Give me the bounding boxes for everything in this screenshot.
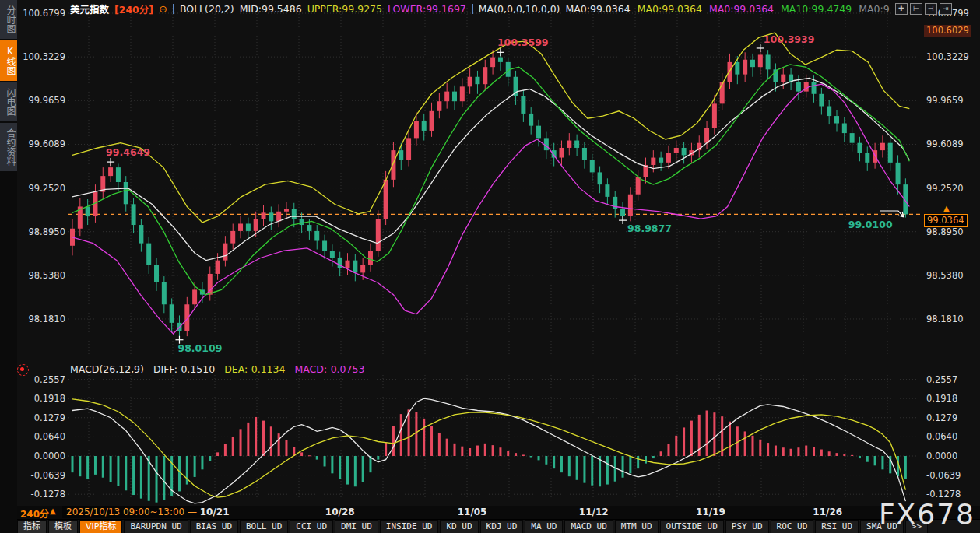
candle-body[interactable] [735,62,739,75]
candle-body[interactable] [834,116,839,123]
toolbar-tab-CCI_UD[interactable]: CCI_UD [290,520,333,533]
candle-body[interactable] [292,209,297,219]
candle-body[interactable] [184,304,189,331]
candle-body[interactable] [230,231,235,244]
candle-body[interactable] [590,160,595,173]
toolbar-tab-MTM_UD[interactable]: MTM_UD [615,520,659,533]
candle-body[interactable] [704,128,709,143]
alert-burst-icon[interactable] [17,364,29,376]
candle-body[interactable] [475,77,479,84]
candle-body[interactable] [460,86,465,101]
candle-body[interactable] [712,103,717,128]
candle-body[interactable] [758,54,763,67]
candle-body[interactable] [314,231,319,241]
candle-body[interactable] [162,282,167,304]
candle-body[interactable] [567,141,571,148]
toolbar-tab-MA_UD[interactable]: MA_UD [525,520,563,533]
candle-body[interactable] [360,265,365,272]
candle-body[interactable] [170,304,174,323]
ma-indicator-icon[interactable] [472,4,473,14]
axis-right-icon[interactable]: ⊣ [925,3,937,15]
candle-body[interactable] [682,148,687,155]
candle-body[interactable] [124,182,128,204]
candle-body[interactable] [796,82,801,92]
toolbar-tab-DMI_UD[interactable]: DMI_UD [335,520,378,533]
candle-body[interactable] [368,251,373,265]
candle-body[interactable] [422,121,427,131]
candle-body[interactable] [628,195,633,216]
candle-body[interactable] [865,153,869,163]
candle-body[interactable] [880,143,885,150]
candle-body[interactable] [743,60,747,75]
toolbar-tab-MACD_UD[interactable]: MACD_UD [564,520,613,533]
candle-body[interactable] [574,141,579,148]
sidebar-tab-闪电图[interactable]: 闪电图 [0,82,17,121]
candle-body[interactable] [322,240,327,251]
toolbar-tab-PSY_UD[interactable]: PSY_UD [725,520,769,533]
candle-body[interactable] [132,204,136,225]
candle-body[interactable] [346,261,350,268]
candle-body[interactable] [842,124,847,134]
toolbar-tab-KD_UD[interactable]: KD_UD [440,520,478,533]
candle-body[interactable] [620,209,625,216]
candle-body[interactable] [262,212,266,219]
candle-body[interactable] [391,150,395,180]
candle-body[interactable] [674,148,679,153]
candle-body[interactable] [86,206,90,216]
candle-body[interactable] [108,167,113,176]
candle-body[interactable] [276,212,281,222]
candle-body[interactable] [330,251,335,258]
candle-body[interactable] [384,180,388,219]
candle-body[interactable] [238,223,243,230]
candle-body[interactable] [766,54,771,69]
candle-body[interactable] [284,209,289,212]
toolbar-tab-BARUPDN_UD[interactable]: BARUPDN_UD [124,520,188,533]
toolbar-tab-OUTSIDE_UD[interactable]: OUTSIDE_UD [660,520,724,533]
candle-body[interactable] [498,58,503,62]
candle-body[interactable] [223,244,227,261]
toolbar-tab-INSIDE_UD[interactable]: INSIDE_UD [380,520,439,533]
candle-body[interactable] [559,148,564,158]
candle-body[interactable] [192,289,197,304]
candle-body[interactable] [307,225,311,231]
candle-body[interactable] [552,150,557,157]
candle-body[interactable] [430,111,434,131]
move-icon[interactable]: ✚ [895,3,908,15]
sidebar-tab-分时图[interactable]: 分时图 [0,0,17,39]
toolbar-tab-RSI_UD[interactable]: RSI_UD [815,520,859,533]
sidebar-tab-合约资料[interactable]: 合约资料 [0,123,17,171]
candle-body[interactable] [452,92,457,102]
toolbar-tab-BOLL_UD[interactable]: BOLL_UD [240,520,288,533]
candle-body[interactable] [216,261,220,274]
candle-body[interactable] [399,150,403,160]
timeframe-arrow-icon[interactable]: ▲ [50,507,56,515]
candle-body[interactable] [139,225,143,244]
toolbar-tab-[interactable]: 指标 [17,520,47,533]
candle-body[interactable] [414,121,419,138]
candle-body[interactable] [353,261,357,273]
candle-body[interactable] [300,219,304,225]
candle-body[interactable] [651,158,655,165]
sidebar-tab-K线图[interactable]: K线图 [0,40,17,81]
candle-body[interactable] [666,153,671,163]
candle-body[interactable] [521,96,525,114]
candle-body[interactable] [781,75,785,82]
candle-body[interactable] [406,138,411,160]
candle-body[interactable] [376,219,381,251]
toolbar-tab-ROC_UD[interactable]: ROC_UD [771,520,814,533]
candle-body[interactable] [659,158,663,163]
toolbar-tab-VIP[interactable]: VIP指标 [79,520,122,533]
candle-body[interactable] [728,62,732,82]
candle-body[interactable] [850,133,855,143]
candle-body[interactable] [605,184,609,197]
candle-body[interactable] [146,244,151,265]
candle-body[interactable] [896,163,901,184]
candle-body[interactable] [468,77,472,87]
collapse-icon[interactable]: ⊖ [159,3,167,15]
candle-body[interactable] [827,107,831,117]
candle-body[interactable] [582,148,587,160]
candle-body[interactable] [444,92,449,102]
candle-body[interactable] [750,60,755,67]
candle-body[interactable] [490,58,495,68]
candle-body[interactable] [254,219,258,231]
